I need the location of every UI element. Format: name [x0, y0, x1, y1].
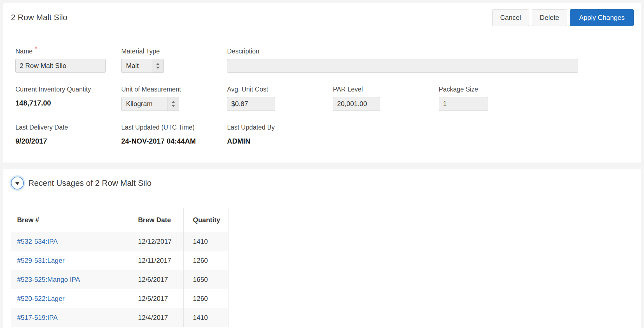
table-row: #529-531:Lager 12/11/2017 1260: [11, 251, 228, 270]
description-label: Description: [227, 48, 578, 55]
page-title: 2 Row Malt Silo: [11, 13, 67, 22]
last-delivery-date-label: Last Delivery Date: [15, 124, 121, 131]
current-inventory-value: 148,717.00: [15, 97, 121, 107]
recent-usages-region: Recent Usages of 2 Row Malt Silo Brew # …: [3, 169, 641, 328]
column-header-brew-date: Brew Date: [129, 208, 184, 232]
last-updated-value: 24-NOV-2017 04:44AM: [121, 135, 227, 145]
name-field-group: Name*: [15, 48, 121, 73]
last-updated-by-field-group: Last Updated By ADMIN: [227, 124, 333, 145]
last-delivery-date-field-group: Last Delivery Date 9/20/2017: [15, 124, 121, 145]
form-row-3: Last Delivery Date 9/20/2017 Last Update…: [15, 124, 629, 145]
toolbar: Cancel Delete Apply Changes: [492, 9, 634, 26]
current-inventory-field-group: Current Inventory Quantity 148,717.00: [15, 86, 121, 111]
brew-date-cell: 12/11/2017: [129, 251, 184, 270]
collapse-toggle-button[interactable]: [11, 177, 24, 189]
form-row-2: Current Inventory Quantity 148,717.00 Un…: [15, 86, 629, 111]
package-size-label: Package Size: [439, 86, 545, 93]
brew-link[interactable]: #517-519:IPA: [17, 314, 58, 321]
unit-of-measurement-label: Unit of Measurement: [121, 86, 227, 93]
material-type-field-group: Material Type Malt: [121, 48, 227, 73]
column-header-quantity: Quantity: [184, 208, 228, 232]
quantity-cell: 1410: [184, 232, 228, 251]
usages-table-body: #532-534:IPA 12/12/2017 1410 #529-531:La…: [11, 232, 228, 327]
par-level-input[interactable]: [333, 97, 380, 111]
last-updated-by-label: Last Updated By: [227, 124, 333, 131]
unit-of-measurement-field-group: Unit of Measurement Kilogram: [121, 86, 227, 111]
avg-unit-cost-field-group: Avg. Unit Cost: [227, 86, 333, 111]
brew-date-cell: 12/12/2017: [129, 232, 184, 251]
usages-header-row: Brew # Brew Date Quantity: [11, 208, 228, 232]
last-delivery-date-value: 9/20/2017: [15, 135, 121, 145]
unit-of-measurement-value: Kilogram: [122, 97, 167, 111]
apply-changes-button[interactable]: Apply Changes: [570, 9, 634, 26]
up-down-arrows-icon: [152, 59, 164, 72]
delete-button[interactable]: Delete: [532, 9, 567, 26]
table-row: #517-519:IPA 12/4/2017 1410: [11, 308, 228, 327]
quantity-cell: 1260: [184, 251, 228, 270]
name-label: Name*: [15, 48, 121, 55]
item-editor-region: 2 Row Malt Silo Cancel Delete Apply Chan…: [3, 3, 641, 163]
par-level-field-group: PAR Level: [333, 86, 439, 111]
triangle-down-icon: [15, 182, 20, 185]
region-header: 2 Row Malt Silo Cancel Delete Apply Chan…: [3, 3, 641, 32]
quantity-cell: 1260: [184, 289, 228, 308]
brew-date-cell: 12/5/2017: [129, 289, 184, 308]
table-row: #532-534:IPA 12/12/2017 1410: [11, 232, 228, 251]
brew-date-cell: 12/4/2017: [129, 308, 184, 327]
last-updated-label: Last Updated (UTC Time): [121, 124, 227, 131]
last-updated-by-value: ADMIN: [227, 135, 333, 145]
material-type-label: Material Type: [121, 48, 227, 55]
brew-link[interactable]: #529-531:Lager: [17, 257, 64, 264]
quantity-cell: 1410: [184, 308, 228, 327]
description-input[interactable]: [227, 59, 578, 73]
brew-date-cell: 12/6/2017: [129, 270, 184, 289]
up-down-arrows-icon: [167, 97, 179, 111]
avg-unit-cost-input[interactable]: [227, 97, 275, 111]
brew-link[interactable]: #532-534:IPA: [17, 238, 58, 245]
brew-link[interactable]: #523-525:Mango IPA: [17, 276, 80, 283]
name-input[interactable]: [15, 59, 106, 73]
current-inventory-label: Current Inventory Quantity: [15, 86, 121, 93]
package-size-input[interactable]: [439, 97, 488, 111]
table-row: #520-522:Lager 12/5/2017 1260: [11, 289, 228, 308]
recent-usages-body: Brew # Brew Date Quantity #532-534:IPA 1…: [3, 197, 641, 327]
recent-usages-title: Recent Usages of 2 Row Malt Silo: [28, 179, 151, 188]
item-form: Name* Material Type Malt Description Cur…: [3, 32, 641, 163]
usages-table: Brew # Brew Date Quantity #532-534:IPA 1…: [11, 208, 228, 327]
recent-usages-header: Recent Usages of 2 Row Malt Silo: [3, 169, 641, 197]
brew-link[interactable]: #520-522:Lager: [17, 295, 64, 302]
cancel-button[interactable]: Cancel: [492, 9, 529, 26]
table-row: #523-525:Mango IPA 12/6/2017 1650: [11, 270, 228, 289]
form-row-1: Name* Material Type Malt Description: [15, 48, 629, 73]
quantity-cell: 1650: [184, 270, 228, 289]
par-level-label: PAR Level: [333, 86, 439, 93]
column-header-brew: Brew #: [11, 208, 129, 232]
avg-unit-cost-label: Avg. Unit Cost: [227, 86, 333, 93]
description-field-group: Description: [227, 48, 578, 73]
last-updated-field-group: Last Updated (UTC Time) 24-NOV-2017 04:4…: [121, 124, 227, 145]
material-type-value: Malt: [122, 59, 152, 72]
unit-of-measurement-select[interactable]: Kilogram: [121, 97, 179, 111]
required-asterisk: *: [35, 45, 37, 52]
material-type-select[interactable]: Malt: [121, 59, 164, 73]
package-size-field-group: Package Size: [439, 86, 545, 111]
